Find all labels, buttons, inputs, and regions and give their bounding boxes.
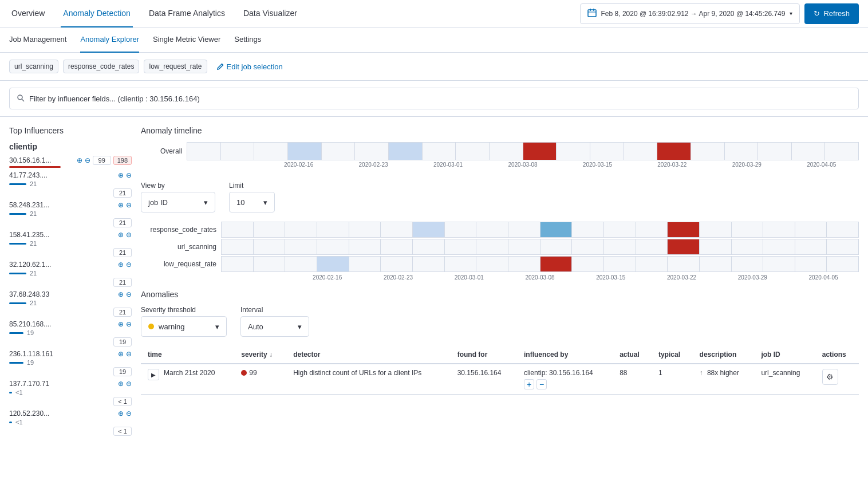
influencer-score: 99 <box>93 156 111 165</box>
influenced-add-icon[interactable]: + <box>524 379 534 389</box>
col-job-id: job ID <box>754 346 815 364</box>
influencer-remove-icon[interactable]: ⊖ <box>126 350 132 358</box>
influencer-add-icon[interactable]: ⊕ <box>77 156 82 164</box>
anomaly-timeline-section: Anomaly timeline Overall <box>141 126 859 168</box>
influencer-item: 158.41.235... ⊕ ⊖ 21 21 <box>9 231 132 257</box>
influencer-score-small: 21 <box>30 210 37 217</box>
influencer-add-icon[interactable]: ⊕ <box>118 380 124 388</box>
influencer-badge: < 1 <box>113 397 132 406</box>
influencer-name: 30.156.16.1... <box>9 156 74 164</box>
influencer-badge: 21 <box>113 188 132 198</box>
col-influenced-by: influenced by <box>517 346 613 364</box>
influencer-category: clientip <box>9 142 132 151</box>
table-row: ▶ March 21st 2020 99 High distinct count… <box>141 364 859 395</box>
refresh-icon: ↻ <box>814 9 820 18</box>
influencer-bar <box>9 183 26 185</box>
nav-data-visualizer[interactable]: Data Visualizer <box>241 0 299 27</box>
influencer-bar <box>9 332 23 334</box>
influencer-remove-icon[interactable]: ⊖ <box>126 231 132 239</box>
interval-group: Interval Auto ▾ <box>240 306 309 337</box>
cell-found-for: 30.156.16.164 <box>451 364 517 395</box>
search-bar: Filter by influencer fields... (clientip… <box>0 81 868 117</box>
interval-label: Interval <box>240 306 309 314</box>
job-tag-url-scanning[interactable]: url_scanning <box>9 60 58 73</box>
influencer-add-icon[interactable]: ⊕ <box>118 290 124 298</box>
influencer-remove-icon[interactable]: ⊖ <box>126 410 132 418</box>
influencer-remove-icon[interactable]: ⊖ <box>126 320 132 328</box>
influencer-add-icon[interactable]: ⊕ <box>118 261 124 269</box>
influencer-remove-icon[interactable]: ⊖ <box>126 171 132 179</box>
job-tag-response-code-rates[interactable]: response_code_rates <box>63 60 139 73</box>
nav-data-frame-analytics[interactable]: Data Frame Analytics <box>147 0 227 27</box>
timeline-date-label: 2020-03-01 <box>411 162 485 168</box>
influencer-item: 30.156.16.1... ⊕ ⊖ 99 198 <box>9 156 132 168</box>
influencer-add-icon[interactable]: ⊕ <box>118 231 124 239</box>
subnav-settings[interactable]: Settings <box>234 27 261 53</box>
influencer-remove-icon[interactable]: ⊖ <box>126 290 132 298</box>
interval-select[interactable]: Auto ▾ <box>240 316 309 337</box>
nav-overview[interactable]: Overview <box>9 0 47 27</box>
nav-anomaly-detection[interactable]: Anomaly Detection <box>61 0 133 27</box>
col-severity[interactable]: severity ↓ <box>234 346 286 364</box>
influencer-item: 58.248.231... ⊕ ⊖ 21 21 <box>9 201 132 227</box>
actions-gear-button[interactable]: ⚙ <box>822 369 838 385</box>
view-by-select[interactable]: job ID ▾ <box>141 192 215 212</box>
search-input-wrap[interactable]: Filter by influencer fields... (clientip… <box>9 88 859 109</box>
influencer-score-small: 21 <box>30 270 37 277</box>
expand-row-button[interactable]: ▶ <box>148 369 159 380</box>
influencer-add-icon[interactable]: ⊕ <box>118 350 124 358</box>
view-by-label: View by <box>141 182 215 190</box>
overall-label: Overall <box>141 147 187 155</box>
chevron-down-icon: ▾ <box>263 198 267 207</box>
cell-job-id: url_scanning <box>754 364 815 395</box>
influencer-badge: 21 <box>113 308 132 317</box>
influencer-score-small: 21 <box>30 180 37 187</box>
limit-label: Limit <box>229 182 275 190</box>
timeline-date-label: 2020-03-08 <box>504 274 575 281</box>
influencer-item: 37.68.248.33 ⊕ ⊖ 21 21 <box>9 290 132 317</box>
influencer-remove-icon[interactable]: ⊖ <box>85 156 90 164</box>
influencer-score-small: 21 <box>30 240 37 247</box>
cell-influenced-by: clientip: 30.156.16.164 + − <box>517 364 613 395</box>
sort-icon[interactable]: ↓ <box>269 351 273 359</box>
subnav-single-metric-viewer[interactable]: Single Metric Viewer <box>153 27 220 53</box>
influencer-badge: 21 <box>113 218 132 227</box>
subnav-job-management[interactable]: Job Management <box>9 27 66 53</box>
severity-critical-icon <box>241 370 247 376</box>
sub-navigation: Job Management Anomaly Explorer Single M… <box>0 27 868 53</box>
edit-job-selection-link[interactable]: Edit job selection <box>216 62 283 71</box>
influencer-add-icon[interactable]: ⊕ <box>118 171 124 179</box>
search-input-text: Filter by influencer fields... (clientip… <box>29 95 200 103</box>
svg-line-5 <box>22 99 24 101</box>
influencer-badge: 19 <box>113 367 132 376</box>
influencer-item: 120.52.230... ⊕ ⊖ <1 < 1 <box>9 410 132 436</box>
influenced-remove-icon[interactable]: − <box>536 379 547 389</box>
view-controls: View by job ID ▾ Limit 10 ▾ <box>141 182 859 212</box>
influencer-add-icon[interactable]: ⊕ <box>118 320 124 328</box>
influencer-name: 32.120.62.1... <box>9 261 116 269</box>
job-tag-low-request-rate[interactable]: low_request_rate <box>144 60 207 73</box>
severity-threshold-select[interactable]: warning ▾ <box>141 316 227 337</box>
influencer-name: 158.41.235... <box>9 231 116 239</box>
job-anomaly-rows: response_code_rates <box>141 222 859 281</box>
influencer-bar <box>9 273 26 274</box>
influencer-add-icon[interactable]: ⊕ <box>118 410 124 418</box>
anomalies-controls: Severity threshold warning ▾ Interval Au… <box>141 306 859 337</box>
influencer-remove-icon[interactable]: ⊖ <box>126 201 132 209</box>
influencer-remove-icon[interactable]: ⊖ <box>126 380 132 388</box>
refresh-button[interactable]: ↻ Refresh <box>804 3 859 24</box>
subnav-anomaly-explorer[interactable]: Anomaly Explorer <box>80 27 139 53</box>
influencer-score-small: <1 <box>15 389 23 396</box>
date-picker[interactable]: Feb 8, 2020 @ 16:39:02.912 → Apr 9, 2020… <box>580 3 800 24</box>
col-actions: actions <box>815 346 859 364</box>
influencer-bar <box>9 243 26 245</box>
timeline-date-label: 2020-04-05 <box>788 274 859 281</box>
limit-select[interactable]: 10 ▾ <box>229 192 275 212</box>
job-row-label: low_request_rate <box>141 260 221 268</box>
anomaly-table: time severity ↓ detector found for influ… <box>141 346 859 395</box>
job-tags-bar: url_scanning response_code_rates low_req… <box>0 53 868 81</box>
influencer-add-icon[interactable]: ⊕ <box>118 201 124 209</box>
influencer-badge: 198 <box>113 156 132 165</box>
search-icon <box>17 94 25 104</box>
influencer-remove-icon[interactable]: ⊖ <box>126 261 132 269</box>
